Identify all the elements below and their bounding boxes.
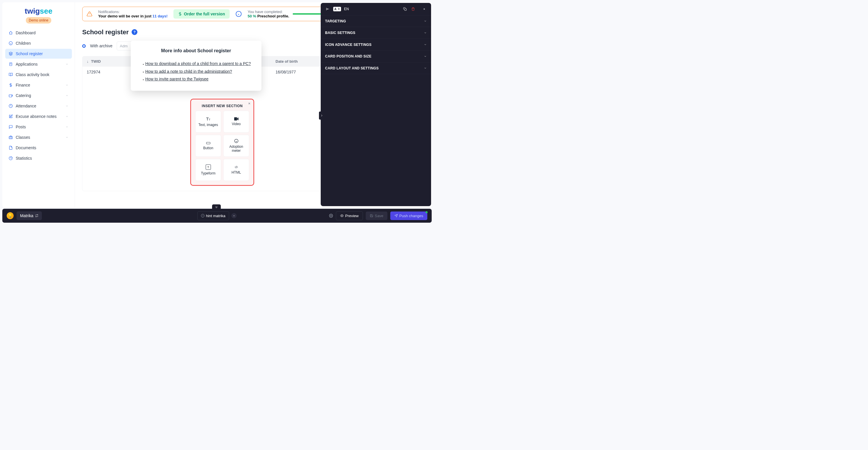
button-icon: [206, 141, 210, 144]
panel-section-targeting[interactable]: TARGETING: [321, 15, 431, 27]
insert-card-text[interactable]: TT Text, images: [195, 111, 221, 133]
eye-icon: [340, 214, 344, 218]
sidebar-item-excuse[interactable]: Excuse absence notes: [5, 111, 72, 121]
smile-icon: [9, 41, 13, 45]
logo: twigsee: [8, 7, 69, 15]
order-button[interactable]: Order the full version: [174, 9, 230, 19]
sidebar-item-documents[interactable]: Documents: [5, 143, 72, 153]
text-icon: TT: [206, 117, 210, 121]
sidebar-item-label: Catering: [16, 93, 31, 98]
panel-section-card-position[interactable]: CARD POSITION AND SIZE: [321, 51, 431, 62]
close-icon[interactable]: ✕: [422, 6, 427, 11]
book-icon: [9, 72, 13, 77]
copy-icon[interactable]: [402, 6, 408, 11]
chevron-down-icon: [424, 31, 427, 34]
popover-link[interactable]: How to add a note to child in the admini…: [145, 69, 232, 74]
svg-rect-11: [234, 117, 237, 121]
svg-point-20: [342, 216, 342, 216]
archive-radio[interactable]: [82, 44, 86, 47]
typeform-icon: T: [206, 165, 211, 170]
sidebar-item-label: Posts: [16, 125, 26, 129]
chevron-down-icon: [66, 115, 68, 118]
chevron-down-icon: [66, 136, 68, 139]
send-icon: [395, 214, 398, 218]
popover-link[interactable]: How to invite parent to the Twigsee: [145, 77, 209, 81]
insert-card-button[interactable]: Button: [195, 135, 221, 157]
insert-card-html[interactable]: HTML: [223, 159, 249, 181]
document-icon: [9, 62, 13, 66]
svg-line-15: [236, 166, 237, 168]
sidebar-item-classes[interactable]: Classes: [5, 132, 72, 142]
chevron-down-icon: [424, 55, 427, 58]
message-icon: [9, 125, 13, 129]
svg-rect-13: [206, 142, 210, 144]
language-badge[interactable]: A文: [333, 7, 341, 11]
matrika-chip[interactable]: Matrika: [17, 211, 42, 220]
sidebar-item-label: Attendance: [16, 104, 36, 108]
popover-title: More info about School register: [140, 48, 253, 54]
sort-icon[interactable]: ↓: [87, 59, 89, 64]
insert-card-video[interactable]: Video: [223, 111, 249, 133]
panel-header: A文 EN ✕: [321, 3, 431, 15]
panel-toggle-button[interactable]: [319, 111, 324, 120]
popover-link[interactable]: How to download a photo of a child from …: [145, 62, 251, 66]
sidebar-item-finance[interactable]: Finance: [5, 80, 72, 90]
warning-icon: [87, 11, 92, 17]
sidebar-item-label: School register: [16, 52, 43, 56]
help-icon[interactable]: ?: [132, 29, 137, 35]
add-button[interactable]: +: [231, 213, 237, 218]
layers-icon: [9, 52, 13, 56]
sidebar-item-statistics[interactable]: Statistics: [5, 153, 72, 163]
panel-section-basic[interactable]: BASIC SETTINGS: [321, 27, 431, 39]
save-icon: [370, 214, 373, 218]
nav: Dashboard Children School register Appli…: [2, 28, 75, 203]
lightbulb-icon[interactable]: 💡: [7, 212, 14, 219]
info-icon: [235, 11, 242, 17]
edit-icon: [9, 115, 13, 119]
sidebar-item-school-register[interactable]: School register: [5, 49, 72, 59]
svg-point-0: [9, 41, 12, 45]
bottom-toolbar: 💡 Matrika ? hint matrika + Preview Save: [2, 209, 432, 223]
logo-area: twigsee Demo online: [2, 7, 75, 28]
dock-icon[interactable]: [325, 6, 330, 11]
clock-icon: [9, 104, 13, 108]
preview-button[interactable]: Preview: [336, 211, 363, 220]
chevron-down-icon: [424, 67, 427, 70]
hint-chip[interactable]: ? hint matrika: [197, 211, 229, 220]
sidebar-item-children[interactable]: Children: [5, 38, 72, 48]
dollar-icon: [178, 12, 182, 16]
panel-section-card-layout[interactable]: CARD LAYOUT AND SETTINGS: [321, 62, 431, 74]
close-icon[interactable]: ✕: [248, 102, 251, 105]
sidebar-item-label: Applications: [16, 62, 37, 66]
sidebar-item-class-activity[interactable]: Class activity book: [5, 70, 72, 79]
push-changes-button[interactable]: Push changes: [391, 211, 427, 220]
gear-icon[interactable]: [329, 214, 333, 218]
save-button[interactable]: Save: [366, 211, 388, 220]
chevron-down-icon: [66, 94, 68, 97]
insert-card-typeform[interactable]: T Typeform: [195, 159, 221, 181]
sidebar-item-label: Finance: [16, 83, 30, 87]
svg-rect-6: [9, 136, 12, 139]
chevron-down-icon: [424, 20, 427, 23]
sidebar-item-label: Documents: [16, 146, 36, 150]
sidebar-item-catering[interactable]: Catering: [5, 91, 72, 100]
settings-panel: A文 EN ✕ TARGETING BASIC SETTINGS ICON AD…: [321, 3, 431, 206]
filter-label: With archive: [90, 43, 113, 48]
svg-rect-18: [405, 9, 407, 11]
notification-text: Notifications: Your demo will be over in…: [98, 9, 167, 19]
sidebar-item-dashboard[interactable]: Dashboard: [5, 28, 72, 38]
svg-point-19: [331, 215, 332, 216]
unsaved-indicator-icon: [426, 211, 428, 213]
panel-section-icon-advance[interactable]: ICON ADVANCE SETTINGS: [321, 39, 431, 51]
info-popover: More info about School register How to d…: [131, 41, 261, 91]
insert-section-panel: ✕ INSERT NEW SECTION TT Text, images Vid…: [190, 99, 254, 186]
pie-chart-icon: [9, 156, 13, 160]
sidebar-item-attendance[interactable]: Attendance: [5, 101, 72, 111]
dollar-icon: [9, 83, 13, 87]
insert-card-adoption[interactable]: Adoption meter: [223, 135, 249, 157]
smile-icon: [234, 139, 239, 143]
trash-icon[interactable]: [410, 6, 416, 11]
sidebar-item-applications[interactable]: Applications: [5, 59, 72, 69]
sidebar-item-label: Dashboard: [16, 31, 35, 35]
sidebar-item-posts[interactable]: Posts: [5, 122, 72, 132]
